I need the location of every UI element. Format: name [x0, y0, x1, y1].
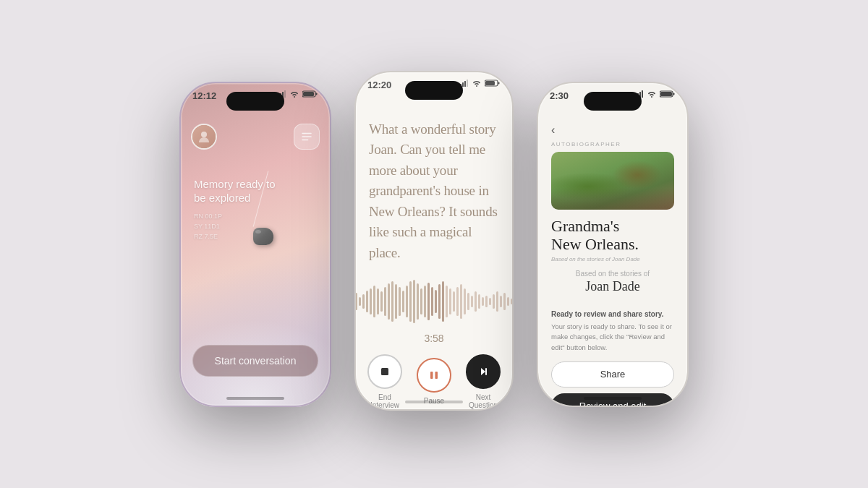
phone-3: 2:30 ‹ AUTOBIOGRAPHER Grandma's New Orle…	[537, 82, 689, 407]
waveform-bar	[402, 291, 404, 312]
avatar-inner	[192, 125, 216, 148]
next-question-control[interactable]: Next Question	[466, 354, 501, 409]
end-interview-control[interactable]: End Interview	[367, 354, 402, 409]
status-icons-1	[278, 90, 318, 98]
avatar	[191, 124, 217, 150]
home-indicator-3	[584, 397, 642, 400]
status-icons-2	[460, 80, 501, 87]
waveform-bar	[388, 283, 390, 320]
waveform-bar	[442, 281, 444, 322]
waveform-bar	[456, 287, 459, 316]
waveform-bar	[424, 286, 426, 317]
waveform-bar	[395, 284, 397, 319]
waveform-bar	[417, 283, 419, 320]
waveform-bar	[507, 297, 509, 306]
svg-rect-10	[302, 139, 308, 140]
waveform-bar	[373, 286, 375, 317]
waveform-bar	[511, 299, 513, 304]
timer: 3:58	[424, 333, 443, 344]
waveform-bar	[460, 284, 462, 319]
waveform-bar	[489, 298, 491, 305]
home-indicator-1	[226, 397, 284, 400]
autobiographer-label: AUTOBIOGRAPHER	[551, 141, 674, 147]
waveform-bar	[355, 293, 357, 310]
wifi-icon-3	[647, 90, 657, 98]
waveform-bar	[482, 297, 484, 306]
back-button[interactable]: ‹	[551, 124, 674, 137]
svg-rect-13	[464, 81, 466, 87]
wifi-icon-2	[472, 80, 482, 87]
waveform-bar	[467, 293, 469, 310]
waveform-bar	[475, 291, 477, 312]
waveform-bar	[391, 281, 393, 322]
svg-rect-20	[435, 372, 438, 379]
person-icon	[197, 129, 211, 144]
waveform-bar	[496, 291, 498, 312]
waveform-bar	[413, 280, 415, 323]
share-button[interactable]: Share	[551, 361, 674, 388]
waveform-bar	[427, 283, 430, 320]
waveform-bar	[406, 286, 408, 317]
kite-container	[253, 228, 273, 245]
waveform-bar	[359, 297, 361, 306]
waveform-bar	[380, 291, 383, 312]
dynamic-island-1	[226, 92, 284, 111]
waveform-bar	[438, 284, 441, 319]
waveform-bar	[478, 294, 480, 309]
kite-rock	[253, 228, 273, 245]
next-circle[interactable]	[466, 354, 501, 389]
svg-rect-27	[660, 92, 672, 96]
waveform-bar	[449, 288, 451, 314]
svg-rect-14	[467, 80, 468, 87]
waveform-bar	[464, 288, 466, 314]
svg-rect-18	[381, 368, 388, 375]
waveform-bar	[471, 296, 473, 307]
stop-icon	[380, 367, 390, 377]
phone-2: 12:20 What a wonderful story Joan. Can y…	[354, 71, 514, 411]
home-indicator-2	[405, 401, 463, 403]
pause-icon	[428, 369, 440, 381]
waveform	[369, 278, 499, 325]
phone-2-content: What a wonderful story Joan. Can you tel…	[356, 112, 512, 409]
end-interview-circle[interactable]	[367, 354, 402, 389]
waveform-bar	[500, 296, 502, 307]
svg-rect-9	[302, 136, 312, 137]
waveform-bar	[431, 287, 433, 316]
cloud-layer	[181, 228, 330, 405]
ready-description: Your story is ready to share. To see it …	[551, 322, 674, 353]
battery-icon-1	[302, 90, 318, 98]
svg-rect-3	[284, 90, 286, 98]
story-image-inner	[551, 152, 674, 210]
status-icons-3	[635, 90, 676, 98]
waveform-bar	[503, 293, 506, 310]
waveform-bar	[366, 291, 368, 312]
author-name: Joan Dade	[551, 279, 674, 294]
story-subtitle: Based on the stories of Joan Dade	[551, 256, 674, 262]
based-on-text: Based on the stories of	[551, 270, 674, 278]
waveform-bar	[453, 291, 455, 312]
pause-circle[interactable]	[417, 358, 451, 393]
waveform-bar	[399, 287, 401, 316]
dynamic-island-2	[405, 81, 463, 100]
story-title: Grandma's New Orleans.	[551, 217, 674, 254]
time-3: 2:30	[550, 90, 569, 101]
phone-2-wrapper: 12:20 What a wonderful story Joan. Can y…	[354, 78, 514, 411]
phone-1-content: Memory ready to be explored RN 00:1PSY 1…	[181, 83, 330, 406]
list-icon	[300, 130, 313, 143]
waveform-bar	[446, 286, 448, 317]
battery-icon-3	[660, 90, 676, 98]
ready-title: Ready to review and share story.	[551, 310, 674, 318]
waveform-bar	[409, 281, 412, 322]
svg-rect-12	[462, 82, 464, 87]
phone-1-wrapper: 12:12 Memory ready to be explored RN 00:…	[179, 82, 331, 407]
svg-rect-17	[498, 82, 500, 84]
pause-control[interactable]: Pause	[417, 358, 451, 405]
svg-point-7	[201, 132, 207, 137]
svg-rect-16	[485, 81, 495, 85]
start-conversation-button[interactable]: Start conversation	[192, 345, 318, 377]
next-icon	[477, 366, 489, 377]
dynamic-island-3	[584, 92, 642, 111]
svg-rect-28	[673, 93, 675, 95]
battery-icon-2	[485, 80, 501, 87]
action-icon-box[interactable]	[294, 124, 320, 150]
